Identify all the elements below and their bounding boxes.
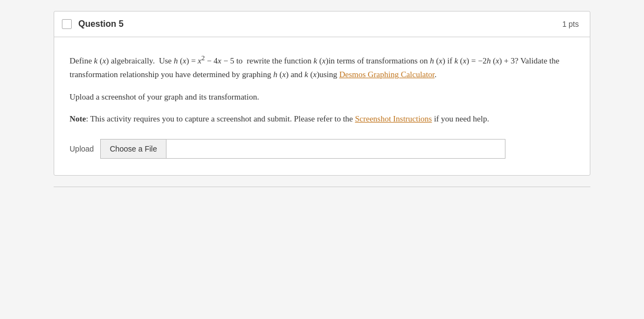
upload-area: Upload Choose a File	[70, 139, 574, 159]
k-of-x-1: k	[94, 56, 98, 65]
paragraph-2-text: Upload a screenshot of your graph and it…	[70, 90, 574, 104]
x-var-3: x	[218, 56, 222, 65]
question-points: 1 pts	[562, 20, 579, 28]
x-var-1: x	[102, 56, 106, 65]
k-of-x-2: k	[314, 56, 318, 65]
question-paragraph-1: Define k (x) algebraically. Use h (x) = …	[70, 53, 574, 82]
x-var-7: x	[496, 56, 499, 65]
h-of-x-2: h	[430, 56, 434, 65]
x-var-8: x	[282, 70, 286, 79]
h-of-x-3: h	[487, 56, 491, 65]
note-end: if you need help.	[432, 114, 490, 123]
note-paragraph: Note: This activity requires you to capt…	[70, 112, 574, 126]
k-of-x-4: k	[304, 70, 308, 79]
upload-label: Upload	[70, 144, 94, 153]
x-var-5: x	[439, 56, 442, 65]
x-var-6: x	[463, 56, 467, 65]
equation-1: x	[198, 56, 202, 65]
question-checkbox[interactable]	[62, 19, 72, 29]
note-label: Note	[70, 114, 86, 123]
file-name-display	[166, 139, 505, 159]
h-of-x-4: h	[273, 70, 278, 79]
file-input-wrapper: Choose a File	[100, 139, 574, 159]
x-var-2: x	[182, 56, 186, 65]
choose-file-button[interactable]: Choose a File	[100, 139, 165, 159]
question-title: Question 5	[78, 19, 124, 29]
k-of-x-3: k	[455, 56, 458, 65]
page-container: Question 5 1 pts Define k (x) algebraica…	[54, 11, 590, 187]
question-card: Question 5 1 pts Define k (x) algebraica…	[54, 11, 590, 176]
x-var-9: x	[313, 70, 317, 79]
paragraph-1-text: Define k (x) algebraically. Use h (x) = …	[70, 53, 574, 82]
h-of-x-1: h	[174, 56, 178, 65]
note-body: : This activity requires you to capture …	[86, 114, 355, 123]
desmos-link[interactable]: Desmos Graphing Calculator	[339, 70, 434, 79]
question-paragraph-2: Upload a screenshot of your graph and it…	[70, 90, 574, 104]
screenshot-instructions-link[interactable]: Screenshot Instructions	[355, 114, 432, 123]
bottom-divider	[54, 187, 590, 187]
x-var-4: x	[322, 56, 326, 65]
question-header: Question 5 1 pts	[54, 11, 590, 37]
question-body: Define k (x) algebraically. Use h (x) = …	[54, 37, 590, 175]
